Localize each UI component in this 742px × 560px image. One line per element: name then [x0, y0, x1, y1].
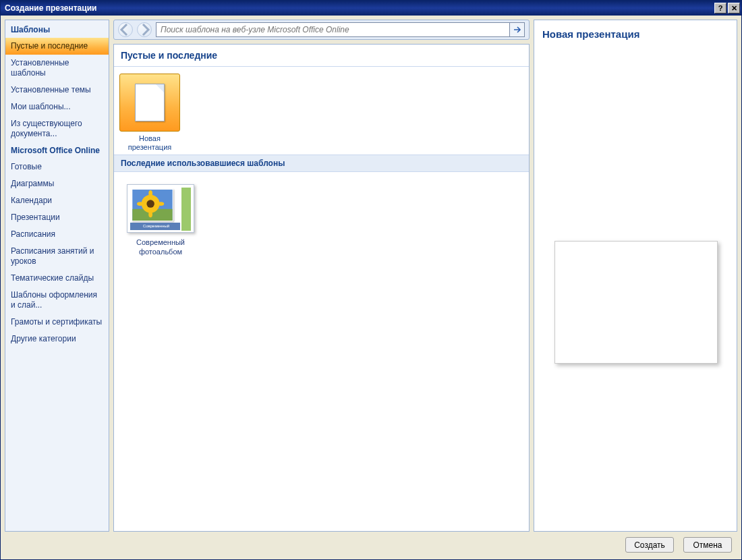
- sidebar-item-presentations[interactable]: Презентации: [5, 209, 109, 226]
- nav-forward-button[interactable]: [137, 22, 152, 37]
- sidebar-header-online: Microsoft Office Online: [5, 142, 109, 159]
- new-presentation-label: Новая презентация: [119, 134, 180, 152]
- preview-title: Новая презентация: [542, 28, 729, 40]
- new-presentation-tile[interactable]: Новая презентация: [119, 74, 180, 152]
- recent-templates-header: Последние использовавшиеся шаблоны: [114, 155, 529, 172]
- svg-point-7: [158, 202, 165, 206]
- create-button[interactable]: Создать: [625, 537, 674, 553]
- sidebar-item-calendars[interactable]: Календари: [5, 192, 109, 209]
- arrow-go-icon: [513, 25, 522, 34]
- sidebar-item-blank-recent[interactable]: Пустые и последние: [5, 38, 109, 55]
- search-input[interactable]: [156, 22, 510, 37]
- dialog-footer: Создать Отмена: [5, 532, 737, 555]
- svg-point-6: [137, 202, 144, 206]
- window-title: Создание презентации: [5, 3, 714, 13]
- recent-template-thumbnail: Современный фотоальбом: [127, 184, 194, 233]
- arrow-left-icon: [119, 23, 132, 36]
- help-button[interactable]: ?: [714, 3, 726, 13]
- sidebar-item-theme-slides[interactable]: Тематические слайды: [5, 270, 109, 287]
- recent-templates-area: Современный фотоальбом Современный фотоа…: [114, 172, 529, 269]
- cancel-button[interactable]: Отмена: [683, 537, 732, 553]
- recent-template-tile[interactable]: Современный фотоальбом Современный фотоа…: [123, 184, 198, 257]
- sidebar-item-installed-themes[interactable]: Установленные темы: [5, 82, 109, 99]
- recent-template-label: Современный фотоальбом: [123, 238, 198, 257]
- main-panel: Пустые и последние Новая презентация Пос…: [113, 44, 530, 532]
- blank-tile-row: Новая презентация: [114, 67, 529, 155]
- sidebar-item-certificates[interactable]: Грамоты и сертификаты: [5, 314, 109, 331]
- search-go-button[interactable]: [510, 22, 525, 37]
- svg-point-4: [148, 190, 152, 197]
- sunflower-icon: [132, 190, 173, 221]
- sidebar-item-installed-templates[interactable]: Установленные шаблоны: [5, 55, 109, 82]
- close-button[interactable]: ✕: [728, 3, 740, 13]
- sidebar-item-other-categories[interactable]: Другие категории: [5, 331, 109, 347]
- preview-pane: Новая презентация: [534, 20, 737, 532]
- sidebar-item-featured[interactable]: Готовые: [5, 159, 109, 175]
- sidebar-item-class-schedules[interactable]: Расписания занятий и уроков: [5, 243, 109, 270]
- titlebar: Создание презентации ? ✕: [1, 1, 741, 16]
- dialog-window: Создание презентации ? ✕ Шаблоны Пустые …: [0, 0, 742, 560]
- center-column: Пустые и последние Новая презентация Пос…: [113, 20, 530, 532]
- blank-page-icon: [135, 84, 165, 121]
- nav-back-button[interactable]: [118, 22, 133, 37]
- sidebar-header-templates: Шаблоны: [5, 22, 109, 38]
- svg-point-5: [148, 211, 152, 218]
- preview-body: [542, 45, 729, 523]
- section-title: Пустые и последние: [114, 45, 529, 67]
- arrow-right-icon: [138, 23, 151, 36]
- sidebar-item-schedules[interactable]: Расписания: [5, 226, 109, 243]
- sidebar-item-diagrams[interactable]: Диаграммы: [5, 175, 109, 192]
- sidebar: Шаблоны Пустые и последние Установленные…: [5, 20, 109, 532]
- sidebar-item-my-templates[interactable]: Мои шаблоны...: [5, 99, 109, 115]
- sidebar-item-design-templates[interactable]: Шаблоны оформления и слай...: [5, 287, 109, 314]
- sidebar-item-from-existing[interactable]: Из существующего документа...: [5, 115, 109, 142]
- slide-preview: [554, 241, 718, 364]
- search-toolbar: [113, 20, 530, 40]
- svg-point-3: [146, 200, 154, 208]
